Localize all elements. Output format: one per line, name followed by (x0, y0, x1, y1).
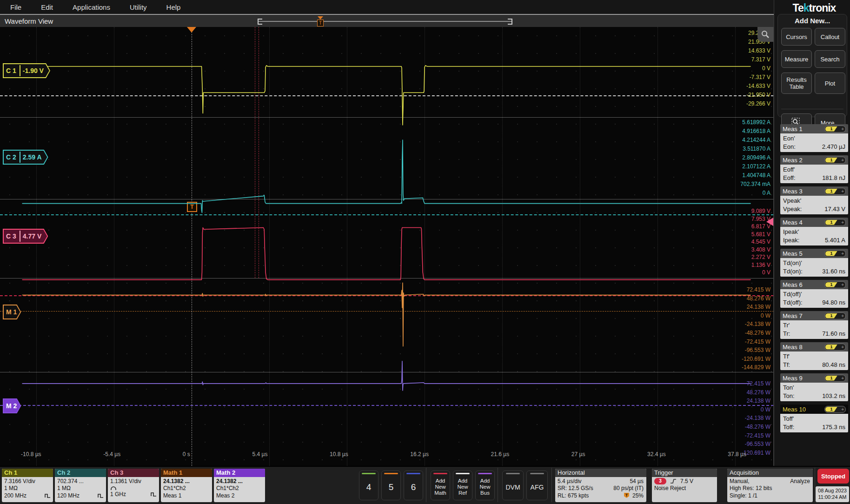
meas9-name: Ton' (783, 384, 845, 391)
add-results-table-button[interactable]: Results Table (781, 73, 812, 94)
ch2-bandwidth: 120 MHz (57, 492, 80, 499)
menu-help[interactable]: Help (166, 3, 181, 11)
math1-expression: Ch1*Ch2 (163, 485, 186, 491)
math2-trace (22, 361, 750, 391)
math1-settings-badge[interactable]: Math 1 24.1382 ... Ch1*Ch2 Meas 1 (161, 469, 212, 502)
meas9-value: 103.2 ns (822, 392, 845, 399)
probe-icon (110, 485, 117, 490)
acquisition-panel[interactable]: Acquisition Manual,Analyze High Res: 12 … (727, 469, 813, 502)
meas7-card[interactable]: Meas 71+ Tr'Tr:71.60 ns (780, 311, 848, 339)
add-search-button[interactable]: Search (815, 50, 845, 68)
trigger-panel[interactable]: Trigger 3 7.5 V Noise Reject (652, 469, 717, 502)
menu-applications[interactable]: Applications (73, 3, 110, 11)
add-new-bus-button[interactable]: Add New Bus (475, 471, 495, 500)
ch2-impedance: 1 MΩ (57, 485, 71, 491)
meas3-source-toggle[interactable]: 1+ (824, 188, 846, 195)
add-measure-button[interactable]: Measure (781, 50, 812, 68)
meas8-source-toggle[interactable]: 1+ (824, 344, 846, 351)
ch3-bandwidth: 1 GHz (110, 491, 126, 497)
meas5-card[interactable]: Meas 51+ Td(on)'Td(on):31.60 ns (780, 249, 848, 277)
meas6-value: 94.80 ns (822, 299, 845, 306)
meas4-card[interactable]: Meas 41+ Ipeak'Ipeak:5.401 A (780, 218, 848, 245)
ch1-handle-badge[interactable]: C 1-1.90 V (3, 63, 50, 78)
ch1-settings-badge[interactable]: Ch 1 7.3166 V/div 1 MΩ 200 MHz (2, 469, 53, 502)
time-axis-labels: -10.8 µs-5.4 µs0 s5.4 µs10.8 µs16.2 µs21… (21, 451, 746, 458)
afg-button[interactable]: AFG (526, 471, 548, 500)
trigger-mode: Noise Reject (654, 485, 686, 491)
record-length: RL: 675 kpts (558, 492, 589, 499)
meas2-value: 181.8 nJ (822, 174, 845, 181)
waveform-plot[interactable]: T 29.266 V21.950 V14.633 V7.317 V0 V-7.3… (0, 27, 774, 466)
menu-utility[interactable]: Utility (130, 3, 147, 11)
ch2-trace (22, 140, 750, 212)
math2-settings-badge[interactable]: Math 2 24.1382 ... Ch1*Ch2 Meas 2 (214, 469, 265, 502)
ch3-settings-badge[interactable]: Ch 3 1.1361 V/div 1 GHz (108, 469, 159, 502)
add-new-ref-button[interactable]: Add New Ref (453, 471, 472, 500)
meas5-source-toggle[interactable]: 1+ (824, 250, 846, 257)
ch2-handle-badge[interactable]: C 22.59 A (3, 150, 48, 165)
meas8-name: Tf' (783, 353, 845, 360)
date: 08 Aug 2023 (816, 487, 849, 494)
meas9-source-toggle[interactable]: 1+ (824, 375, 846, 382)
ch3-handle-badge[interactable]: C 34.77 V (3, 229, 48, 244)
channel-6-button[interactable]: 6 (404, 471, 423, 500)
add-new-math-button[interactable]: Add New Math (431, 471, 450, 500)
meas10-card[interactable]: Meas 101+ Toff'Toff:175.3 ns (780, 405, 848, 432)
meas8-card[interactable]: Meas 81+ Tf'Tf:80.48 ns (780, 342, 848, 370)
acq-resolution: High Res: 12 bits (730, 485, 772, 491)
magnifier-icon (761, 30, 770, 39)
tektronix-logo: Tektronix (780, 2, 848, 14)
menu-file[interactable]: File (10, 3, 21, 11)
meas5-value: 31.60 ns (822, 268, 845, 275)
meas2-source-toggle[interactable]: 1+ (824, 157, 846, 164)
math2-source: Meas 2 (216, 492, 234, 499)
meas10-source-toggle[interactable]: 1+ (824, 406, 846, 413)
time: 11:00:24 AM (816, 494, 849, 500)
bracket-line (259, 21, 511, 22)
meas7-value: 71.60 ns (822, 330, 845, 337)
overview-trigger-marker[interactable]: T (317, 16, 324, 27)
ch1-impedance: 1 MΩ (4, 485, 18, 491)
meas1-card[interactable]: Meas 11+ Eon'Eon:2.470 µJ (780, 124, 848, 152)
ch1-bandwidth: 200 MHz (4, 492, 27, 499)
menu-edit[interactable]: Edit (41, 3, 53, 11)
horizontal-panel[interactable]: Horizontal 5.4 µs/div54 µs SR: 12.5 GS/s… (555, 469, 646, 502)
overview-zoom-bracket[interactable] (258, 19, 512, 25)
ch2-axis-labels: 5.618992 A4.916618 A4.214244 A3.511870 A… (740, 118, 770, 198)
ch2-settings-badge[interactable]: Ch 2 702.374 ... 1 MΩ 120 MHz (55, 469, 106, 502)
trigger-triangle-icon (318, 16, 323, 20)
ch1-scale: 7.3166 V/div (4, 478, 35, 484)
meas7-source-toggle[interactable]: 1+ (824, 312, 846, 319)
acq-single: Single: 1 /1 (730, 492, 757, 499)
ch2-scale: 702.374 ... (57, 478, 84, 484)
sidebar-divider (781, 109, 843, 109)
horizontal-window: 54 µs (630, 478, 644, 484)
trigger-level-arrow-icon[interactable] (766, 218, 773, 226)
meas3-name: Vpeak' (783, 197, 845, 204)
meas1-source-toggle[interactable]: 1+ (824, 126, 846, 133)
acq-mode: Manual, (730, 478, 750, 484)
meas4-source-toggle[interactable]: 1+ (824, 219, 846, 226)
add-cursors-button[interactable]: Cursors (781, 28, 812, 46)
run-stop-status-button[interactable]: Stopped (817, 469, 849, 484)
bandwidth-limit-icon (151, 492, 157, 497)
math2-scale: 24.1382 ... (216, 478, 243, 484)
add-plot-button[interactable]: Plot (815, 73, 845, 94)
meas1-name: Eon' (783, 135, 845, 142)
channel-4-button[interactable]: 4 (359, 471, 379, 500)
bandwidth-limit-icon (98, 493, 104, 498)
meas9-card[interactable]: Meas 91+ Ton'Ton:103.2 ns (780, 373, 848, 401)
dvm-button[interactable]: DVM (502, 471, 524, 500)
channel-5-button[interactable]: 5 (381, 471, 401, 500)
meas6-source-toggle[interactable]: 1+ (824, 281, 846, 288)
bandwidth-limit-icon (45, 493, 51, 498)
trigger-position-icon: T (624, 493, 629, 498)
meas10-value: 175.3 ns (822, 424, 845, 431)
meas6-card[interactable]: Meas 61+ Td(off)'Td(off):94.80 ns (780, 280, 848, 308)
math2-expression: Ch1*Ch2 (216, 485, 239, 491)
zoom-overlay-button[interactable] (757, 27, 773, 42)
ch3-offset-value: 4.77 V (20, 231, 47, 242)
meas2-card[interactable]: Meas 21+ Eoff'Eoff:181.8 nJ (780, 155, 848, 183)
meas3-card[interactable]: Meas 31+ Vpeak'Vpeak:17.43 V (780, 186, 848, 214)
add-callout-button[interactable]: Callout (815, 28, 845, 46)
